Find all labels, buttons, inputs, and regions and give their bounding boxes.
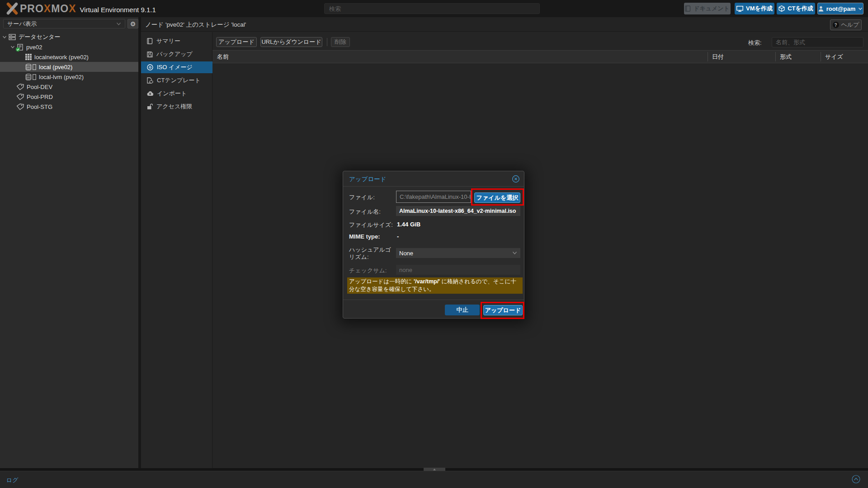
- annotation-upload: [481, 302, 524, 319]
- unlock-icon: [147, 103, 153, 110]
- chevron-down-icon: [512, 251, 517, 255]
- sidebar-settings-button[interactable]: ⚙: [127, 19, 138, 28]
- content-header: ノード 'pve02' 上のストレージ 'local' ? ヘルプ: [141, 17, 868, 32]
- mime-value: -: [397, 233, 399, 240]
- mime-label: MIME type:: [349, 233, 380, 240]
- top-bar: PROXMOXVirtual Environment 9.1.1 ドキュメント …: [0, 0, 868, 17]
- floppy-icon: [147, 52, 153, 57]
- tree-item-pve02[interactable]: pve02: [0, 42, 138, 52]
- table-header: 名前 日付 形式 サイズ: [212, 50, 868, 63]
- sidebar: サーバ表示 ⚙ データセンター pve02 localnetwork (pve0…: [0, 17, 138, 468]
- tag-icon: [16, 103, 24, 110]
- version-text: Virtual Environment 9.1.1: [80, 6, 156, 14]
- tree-item-localnetwork[interactable]: localnetwork (pve02): [0, 52, 138, 62]
- tree-item-local-lvm[interactable]: local-lvm (pve02): [0, 72, 138, 82]
- status-ok-icon: [16, 47, 20, 52]
- search-label: 検索:: [748, 39, 762, 47]
- gear-icon: ⚙: [130, 20, 136, 28]
- checksum-label: チェックサム:: [349, 267, 387, 275]
- filesize-label: ファイルサイズ:: [349, 221, 393, 229]
- chevron-down-icon: [116, 22, 121, 26]
- tree-item-local[interactable]: local (pve02): [0, 62, 138, 72]
- menu-item-backup[interactable]: バックアップ: [141, 48, 212, 60]
- log-panel-title: ログ: [6, 476, 19, 484]
- cube-icon: [778, 5, 785, 12]
- user-icon: [818, 6, 824, 12]
- filesize-value: 1.44 GiB: [397, 221, 420, 228]
- network-icon: [25, 54, 32, 60]
- upload-button[interactable]: アップロード: [216, 37, 257, 47]
- filename-label: ファイル名:: [349, 208, 381, 216]
- chevron-expanded-icon: [10, 45, 15, 49]
- dialog-header[interactable]: アップロード: [343, 171, 524, 187]
- remove-button[interactable]: 削除: [331, 37, 350, 47]
- storage-icon: [25, 64, 36, 70]
- documentation-button[interactable]: ドキュメント: [684, 3, 731, 14]
- column-header-size[interactable]: サイズ: [825, 51, 843, 63]
- chevron-down-icon: [858, 7, 863, 10]
- chevron-expanded-icon: [2, 35, 7, 39]
- datacenter-icon: [9, 34, 16, 40]
- toolbar-separator: [327, 38, 327, 46]
- monitor-icon: [736, 6, 743, 12]
- hash-label: ハッシュアルゴリズム:: [349, 246, 391, 261]
- upload-dialog: アップロード ファイル: C:\fakepath\AlmaLinux-10-l …: [343, 171, 524, 319]
- create-ct-button[interactable]: CTを作成: [777, 3, 815, 14]
- annotation-select-file: [471, 188, 524, 206]
- menu-item-import[interactable]: インポート: [141, 88, 212, 99]
- brand-text: PROXMOXVirtual Environment 9.1.1: [20, 3, 156, 15]
- checksum-field[interactable]: none: [396, 265, 520, 275]
- file-label: ファイル:: [349, 193, 375, 202]
- hash-algorithm-select[interactable]: None: [396, 248, 520, 258]
- tag-icon: [16, 94, 24, 100]
- book-icon: [147, 38, 153, 44]
- node-icon: [17, 44, 24, 51]
- column-header-name[interactable]: 名前: [217, 51, 229, 63]
- tree-item-pool-dev[interactable]: Pool-DEV: [0, 82, 138, 92]
- menu-item-iso-images[interactable]: ISO イメージ: [141, 61, 212, 73]
- file-box-icon: [147, 77, 153, 84]
- dialog-title: アップロード: [349, 175, 387, 183]
- collapse-up-icon: [433, 469, 436, 470]
- global-search-input[interactable]: [324, 3, 540, 14]
- filename-field[interactable]: AlmaLinux-10-latest-x86_64_v2-minimal.is…: [396, 206, 520, 216]
- upload-warning: アップロードは一時的に '/var/tmp/' に格納されるので、そこに十分な空…: [347, 277, 523, 294]
- view-mode-select[interactable]: サーバ表示: [3, 19, 125, 28]
- storage-icon: [25, 74, 36, 80]
- table-search-input[interactable]: [772, 37, 863, 47]
- menu-item-permissions[interactable]: アクセス権限: [141, 101, 212, 113]
- menu-item-summary[interactable]: サマリー: [141, 35, 212, 47]
- book-icon: [685, 5, 691, 12]
- content-title: ノード 'pve02' 上のストレージ 'local': [145, 21, 246, 29]
- abort-button[interactable]: 中止: [445, 305, 480, 315]
- tree-item-pool-stg[interactable]: Pool-STG: [0, 102, 138, 112]
- iso-table-panel: アップロード URLからダウンロード 削除 検索: 名前 日付 形式 サイズ: [212, 32, 868, 468]
- tag-icon: [16, 84, 24, 90]
- storage-menu: サマリー バックアップ ISO イメージ CTテンプレート インポート アクセス…: [141, 32, 212, 468]
- help-button[interactable]: ? ヘルプ: [830, 19, 862, 30]
- proxmox-x-icon: [5, 2, 19, 15]
- column-header-date[interactable]: 日付: [712, 51, 724, 63]
- tree-item-pool-prd[interactable]: Pool-PRD: [0, 92, 138, 102]
- column-header-format[interactable]: 形式: [780, 51, 792, 63]
- cloud-download-icon: [147, 91, 153, 96]
- menu-item-ct-templates[interactable]: CTテンプレート: [141, 75, 212, 86]
- close-icon[interactable]: [512, 175, 519, 183]
- create-vm-button[interactable]: VMを作成: [735, 3, 774, 14]
- cd-icon: [147, 64, 153, 70]
- expand-log-icon[interactable]: [852, 475, 860, 483]
- dialog-footer-separator: [343, 300, 524, 300]
- proxmox-logo: PROXMOXVirtual Environment 9.1.1: [5, 2, 156, 15]
- file-input[interactable]: C:\fakepath\AlmaLinux-10-l: [396, 191, 471, 203]
- tree-item-datacenter[interactable]: データセンター: [0, 32, 138, 42]
- log-panel: ログ: [0, 471, 868, 488]
- download-from-url-button[interactable]: URLからダウンロード: [260, 37, 322, 47]
- question-icon: ?: [833, 22, 839, 28]
- user-menu-button[interactable]: root@pam: [817, 3, 863, 14]
